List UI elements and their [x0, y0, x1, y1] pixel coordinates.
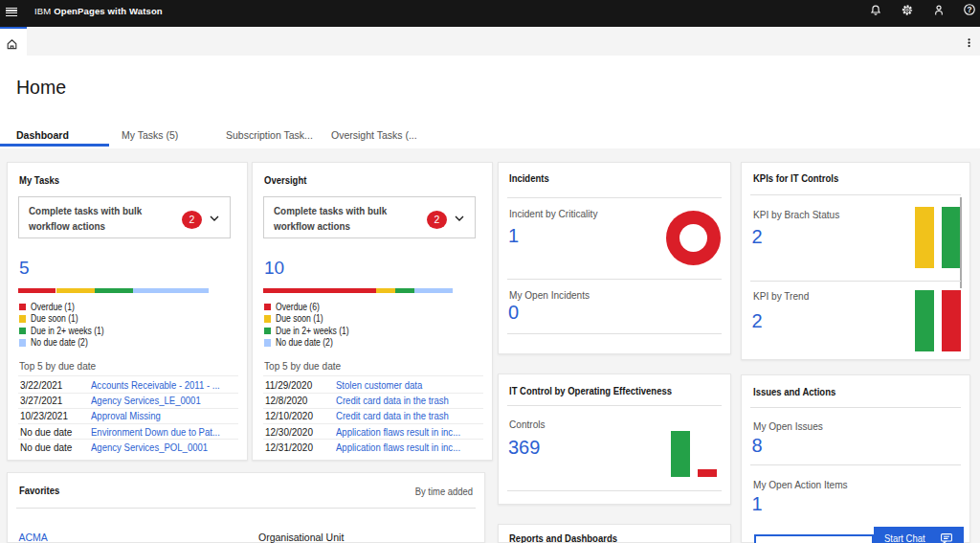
svg-text:?: ? — [967, 6, 971, 14]
